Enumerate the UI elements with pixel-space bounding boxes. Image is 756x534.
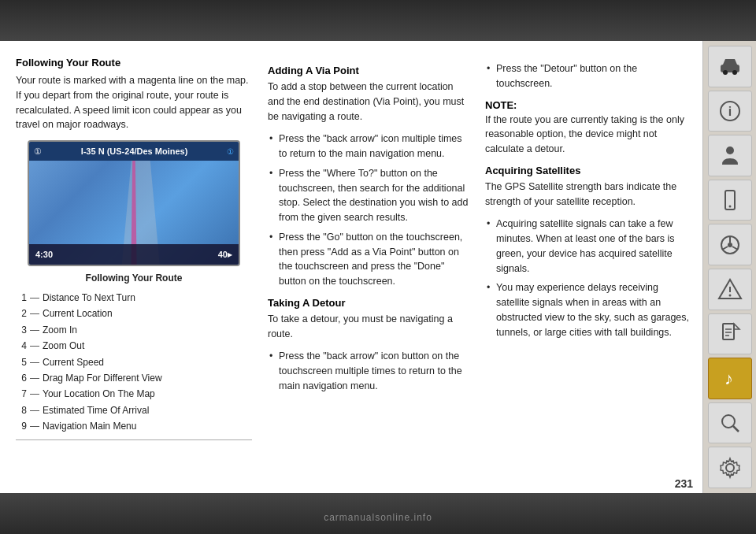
svg-point-25: [726, 464, 734, 472]
acquiring-satellites-intro: The GPS Satellite strength bars indicate…: [485, 180, 690, 210]
sidebar-search-icon[interactable]: [708, 402, 752, 444]
list-item-9: 9—Navigation Main Menu: [16, 418, 252, 434]
taking-detour-title: Taking A Detour: [268, 297, 469, 309]
list-item-4: 4—Zoom Out: [16, 338, 252, 354]
acquiring-satellites-bullets: Acquiring satellite signals can take a f…: [485, 217, 690, 339]
right-column: Press the "Detour" button on the touchsc…: [485, 57, 690, 480]
nav-bottom-bar: 4:30 40▸: [29, 244, 239, 265]
sidebar-person-icon[interactable]: [708, 135, 752, 176]
numbered-list: 1—Distance To Next Turn 2—Current Locati…: [16, 290, 252, 435]
satellite-bullet-2: You may experience delays receiving sate…: [485, 280, 690, 339]
via-bullet-3: Press the "Go" button on the touchscreen…: [268, 230, 469, 289]
speed-icon: ①: [227, 147, 234, 156]
svg-point-10: [728, 243, 732, 247]
svg-line-13: [732, 247, 738, 250]
adding-via-point-title: Adding A Via Point: [268, 65, 469, 76]
note-label: NOTE:: [485, 99, 690, 111]
list-item-8: 8—Estimated Time Of Arrival: [16, 402, 252, 418]
svg-point-8: [728, 206, 731, 208]
page-number: 231: [675, 477, 693, 490]
sidebar-info-icon[interactable]: i: [708, 91, 752, 132]
acquiring-satellites-title: Acquiring Satellites: [485, 165, 690, 176]
sidebar-document-icon[interactable]: [708, 313, 752, 355]
svg-marker-1: [723, 59, 737, 65]
list-item-6: 6—Drag Map For Different View: [16, 370, 252, 386]
via-bullet-1: Press the "back arrow" icon multiple tim…: [268, 132, 469, 161]
bottom-bar: carmanualsonline.info: [0, 493, 756, 534]
svg-text:♪: ♪: [724, 369, 733, 388]
nav-top-bar: ① I-35 N (US-24/Des Moines) ①: [29, 142, 239, 161]
svg-point-23: [722, 415, 735, 428]
sidebar-settings-icon[interactable]: [708, 447, 752, 488]
main-content: Following Your Route Your route is marke…: [0, 41, 756, 493]
nav-time: 4:30: [35, 250, 53, 259]
route-info-text: I-35 N (US-24/Des Moines): [45, 146, 224, 156]
right-detour-bullets: Press the "Detour" button on the touchsc…: [485, 61, 690, 91]
left-column: Following Your Route Your route is marke…: [16, 57, 252, 480]
sidebar-music-icon[interactable]: ♪: [708, 358, 752, 399]
sidebar-car-icon[interactable]: [708, 46, 752, 87]
satellite-bullet-1: Acquiring satellite signals can take a f…: [485, 217, 690, 276]
svg-marker-21: [734, 324, 739, 329]
section-title-following: Following Your Route: [16, 57, 252, 69]
list-item-3: 3—Zoom In: [16, 322, 252, 338]
svg-line-12: [722, 247, 728, 250]
note-text: If the route you are currently taking is…: [485, 113, 690, 157]
page-content: Following Your Route Your route is marke…: [0, 41, 702, 493]
center-column: Adding A Via Point To add a stop between…: [268, 57, 469, 480]
watermark: carmanualsonline.info: [324, 512, 432, 523]
nav-speed: 40▸: [218, 250, 232, 260]
svg-point-2: [723, 70, 728, 75]
taking-detour-bullets: Press the "back arrow" icon button on th…: [268, 349, 469, 393]
list-divider: [16, 439, 252, 440]
svg-line-24: [733, 426, 739, 432]
list-item-7: 7—Your Location On The Map: [16, 386, 252, 402]
nav-image-caption: Following Your Route: [16, 273, 252, 284]
adding-via-point-bullets: Press the "back arrow" icon multiple tim…: [268, 132, 469, 289]
right-detour-bullet-1: Press the "Detour" button on the touchsc…: [485, 61, 690, 91]
adding-via-point-intro: To add a stop between the current locati…: [268, 80, 469, 124]
taking-detour-intro: To take a detour, you must be navigating…: [268, 312, 469, 342]
gps-satellite-icon: ①: [34, 146, 42, 157]
svg-point-6: [726, 146, 734, 154]
svg-rect-17: [723, 324, 734, 339]
svg-point-3: [732, 70, 737, 75]
following-body-text: Your route is marked with a magenta line…: [16, 73, 252, 132]
sidebar-warning-icon[interactable]: [708, 269, 752, 310]
svg-text:i: i: [728, 105, 731, 118]
top-bar: [0, 0, 756, 41]
sidebar-phone-icon[interactable]: [708, 180, 752, 221]
detour-bullet-1: Press the "back arrow" icon button on th…: [268, 349, 469, 393]
sidebar-steering-icon[interactable]: [708, 224, 752, 265]
nav-image: ① I-35 N (US-24/Des Moines) ① 4:30 40▸: [28, 140, 240, 266]
right-sidebar: i: [702, 41, 756, 493]
list-item-5: 5—Current Speed: [16, 354, 252, 370]
via-bullet-2: Press the "Where To?" button on the touc…: [268, 166, 469, 225]
list-item-2: 2—Current Location: [16, 306, 252, 321]
list-item-1: 1—Distance To Next Turn: [16, 290, 252, 306]
svg-point-16: [728, 295, 731, 297]
